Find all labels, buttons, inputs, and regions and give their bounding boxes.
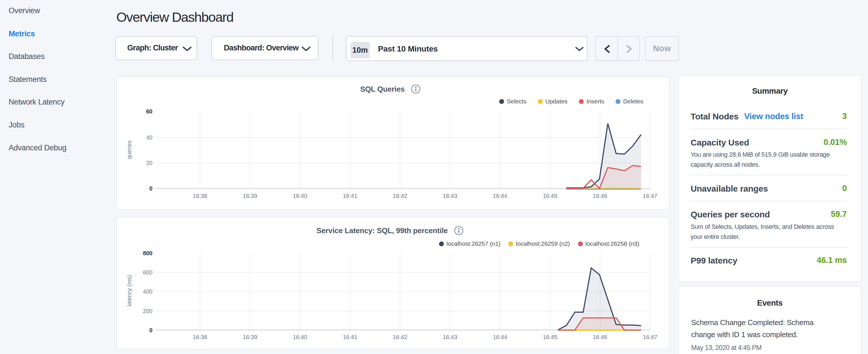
svg-text:16:42: 16:42 bbox=[393, 193, 407, 199]
svg-text:16:41: 16:41 bbox=[343, 334, 357, 340]
svg-text:queries: queries bbox=[126, 140, 132, 159]
svg-text:0: 0 bbox=[149, 185, 152, 192]
svg-text:16:45: 16:45 bbox=[543, 334, 557, 340]
svg-text:16:39: 16:39 bbox=[243, 334, 257, 340]
svg-text:16:45: 16:45 bbox=[543, 193, 557, 199]
svg-text:16:40: 16:40 bbox=[293, 193, 307, 199]
svg-text:40: 40 bbox=[146, 134, 152, 141]
svg-text:16:42: 16:42 bbox=[393, 334, 407, 340]
svg-text:60: 60 bbox=[146, 108, 152, 115]
svg-text:16:43: 16:43 bbox=[443, 334, 457, 340]
svg-text:20: 20 bbox=[146, 160, 152, 166]
svg-text:16:39: 16:39 bbox=[243, 193, 257, 199]
svg-text:200: 200 bbox=[143, 308, 152, 314]
svg-text:16:41: 16:41 bbox=[343, 193, 357, 199]
svg-text:latency (ms): latency (ms) bbox=[126, 275, 132, 307]
svg-text:16:38: 16:38 bbox=[193, 334, 207, 340]
svg-text:16:44: 16:44 bbox=[493, 334, 507, 340]
svg-text:800: 800 bbox=[143, 250, 152, 256]
svg-text:16:47: 16:47 bbox=[643, 334, 657, 340]
svg-text:400: 400 bbox=[143, 288, 152, 295]
svg-text:0: 0 bbox=[149, 327, 152, 333]
svg-text:16:46: 16:46 bbox=[593, 334, 607, 340]
svg-text:16:47: 16:47 bbox=[643, 193, 657, 199]
svg-text:16:43: 16:43 bbox=[443, 193, 457, 199]
svg-text:16:46: 16:46 bbox=[593, 193, 607, 199]
svg-text:16:38: 16:38 bbox=[193, 193, 207, 199]
svg-text:16:44: 16:44 bbox=[493, 193, 507, 199]
svg-text:16:40: 16:40 bbox=[293, 334, 307, 340]
svg-text:600: 600 bbox=[143, 269, 152, 276]
